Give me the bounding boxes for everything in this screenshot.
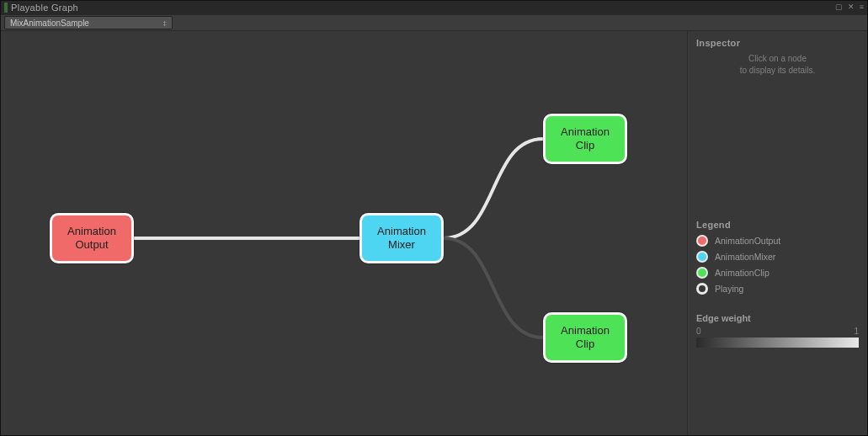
inspector-hint: Click on a node to display its details. [696,53,859,77]
legend-swatch [696,267,708,279]
tab-accent [4,3,8,13]
legend-label: AnimationClip [715,268,769,278]
dropdown-value: MixAnimationSample [10,19,89,28]
legend-swatch [696,283,708,295]
content: AnimationOutputAnimationMixerAnimationCl… [1,31,867,435]
edge [444,238,543,338]
node-clip2[interactable]: AnimationClip [543,312,627,363]
menu-icon[interactable]: ≡ [860,3,864,11]
sidebar: Inspector Click on a node to display its… [687,31,867,435]
edge-weight-min: 0 [696,327,701,336]
legend-swatch [696,235,708,247]
maximize-icon[interactable]: ▢ [835,3,843,11]
toolbar: MixAnimationSample ‡ [1,14,867,31]
edge-weight-heading: Edge weight [696,313,859,323]
chevron-down-icon: ‡ [163,19,167,27]
legend-item: AnimationOutput [696,235,859,247]
playable-graph-window: Playable Graph ▢ ✕ ≡ MixAnimationSample … [0,0,868,436]
node-label: AnimationClip [561,324,610,350]
node-label: AnimationOutput [67,225,116,251]
inspector-heading: Inspector [696,38,859,48]
legend-list: AnimationOutputAnimationMixerAnimationCl… [696,235,859,295]
edge-weight-gradient [696,338,859,348]
node-output[interactable]: AnimationOutput [50,213,134,263]
legend-label: AnimationOutput [715,236,780,246]
graph-canvas[interactable]: AnimationOutputAnimationMixerAnimationCl… [1,31,687,435]
legend-swatch [696,251,708,263]
legend-item: AnimationClip [696,267,859,279]
node-clip1[interactable]: AnimationClip [543,114,627,164]
edge [444,139,543,238]
close-icon[interactable]: ✕ [848,3,855,11]
legend-label: AnimationMixer [715,252,775,262]
titlebar: Playable Graph ▢ ✕ ≡ [1,1,867,14]
window-title: Playable Graph [11,3,78,13]
edge-weight-scale: 0 1 [696,327,859,336]
node-label: AnimationClip [561,125,610,152]
legend-item: AnimationMixer [696,251,859,263]
window-controls: ▢ ✕ ≡ [835,3,864,11]
graph-select-dropdown[interactable]: MixAnimationSample ‡ [4,16,173,29]
legend-item: Playing [696,283,859,295]
legend-label: Playing [715,284,743,294]
edge-weight-max: 1 [854,327,859,336]
node-label: AnimationMixer [377,225,426,251]
legend-heading: Legend [696,220,859,230]
node-mixer[interactable]: AnimationMixer [359,213,444,263]
